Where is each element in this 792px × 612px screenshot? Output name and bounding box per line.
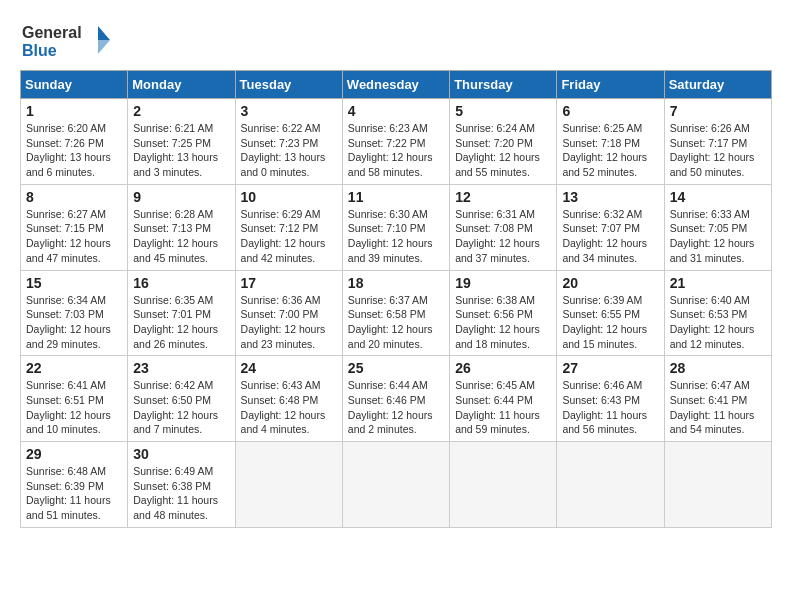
calendar-week-row: 15Sunrise: 6:34 AMSunset: 7:03 PMDayligh… [21, 270, 772, 356]
weekday-header-cell: Sunday [21, 71, 128, 99]
day-info: Sunrise: 6:41 AMSunset: 6:51 PMDaylight:… [26, 378, 122, 437]
day-info: Sunrise: 6:34 AMSunset: 7:03 PMDaylight:… [26, 293, 122, 352]
calendar-day-cell: 23Sunrise: 6:42 AMSunset: 6:50 PMDayligh… [128, 356, 235, 442]
day-info: Sunrise: 6:27 AMSunset: 7:15 PMDaylight:… [26, 207, 122, 266]
day-info: Sunrise: 6:38 AMSunset: 6:56 PMDaylight:… [455, 293, 551, 352]
day-number: 3 [241, 103, 337, 119]
day-number: 23 [133, 360, 229, 376]
day-number: 10 [241, 189, 337, 205]
svg-marker-3 [98, 40, 110, 54]
day-number: 28 [670, 360, 766, 376]
day-info: Sunrise: 6:42 AMSunset: 6:50 PMDaylight:… [133, 378, 229, 437]
day-info: Sunrise: 6:32 AMSunset: 7:07 PMDaylight:… [562, 207, 658, 266]
calendar-day-cell: 29Sunrise: 6:48 AMSunset: 6:39 PMDayligh… [21, 442, 128, 528]
day-info: Sunrise: 6:24 AMSunset: 7:20 PMDaylight:… [455, 121, 551, 180]
calendar-day-cell: 6Sunrise: 6:25 AMSunset: 7:18 PMDaylight… [557, 99, 664, 185]
calendar-day-cell: 9Sunrise: 6:28 AMSunset: 7:13 PMDaylight… [128, 184, 235, 270]
day-number: 2 [133, 103, 229, 119]
calendar-day-cell: 19Sunrise: 6:38 AMSunset: 6:56 PMDayligh… [450, 270, 557, 356]
day-info: Sunrise: 6:30 AMSunset: 7:10 PMDaylight:… [348, 207, 444, 266]
calendar-day-cell: 3Sunrise: 6:22 AMSunset: 7:23 PMDaylight… [235, 99, 342, 185]
day-number: 15 [26, 275, 122, 291]
logo: General Blue [20, 20, 110, 60]
calendar-day-cell: 12Sunrise: 6:31 AMSunset: 7:08 PMDayligh… [450, 184, 557, 270]
day-info: Sunrise: 6:31 AMSunset: 7:08 PMDaylight:… [455, 207, 551, 266]
svg-text:General: General [22, 24, 82, 41]
day-info: Sunrise: 6:45 AMSunset: 6:44 PMDaylight:… [455, 378, 551, 437]
calendar-day-cell [664, 442, 771, 528]
calendar-day-cell: 17Sunrise: 6:36 AMSunset: 7:00 PMDayligh… [235, 270, 342, 356]
calendar-day-cell: 1Sunrise: 6:20 AMSunset: 7:26 PMDaylight… [21, 99, 128, 185]
day-info: Sunrise: 6:29 AMSunset: 7:12 PMDaylight:… [241, 207, 337, 266]
calendar-week-row: 22Sunrise: 6:41 AMSunset: 6:51 PMDayligh… [21, 356, 772, 442]
day-info: Sunrise: 6:36 AMSunset: 7:00 PMDaylight:… [241, 293, 337, 352]
day-number: 16 [133, 275, 229, 291]
day-info: Sunrise: 6:35 AMSunset: 7:01 PMDaylight:… [133, 293, 229, 352]
day-info: Sunrise: 6:22 AMSunset: 7:23 PMDaylight:… [241, 121, 337, 180]
day-number: 20 [562, 275, 658, 291]
weekday-header-cell: Saturday [664, 71, 771, 99]
calendar-day-cell: 4Sunrise: 6:23 AMSunset: 7:22 PMDaylight… [342, 99, 449, 185]
day-info: Sunrise: 6:33 AMSunset: 7:05 PMDaylight:… [670, 207, 766, 266]
day-number: 6 [562, 103, 658, 119]
calendar-body: 1Sunrise: 6:20 AMSunset: 7:26 PMDaylight… [21, 99, 772, 528]
calendar-week-row: 29Sunrise: 6:48 AMSunset: 6:39 PMDayligh… [21, 442, 772, 528]
day-number: 19 [455, 275, 551, 291]
calendar-day-cell: 22Sunrise: 6:41 AMSunset: 6:51 PMDayligh… [21, 356, 128, 442]
calendar-day-cell: 27Sunrise: 6:46 AMSunset: 6:43 PMDayligh… [557, 356, 664, 442]
day-number: 5 [455, 103, 551, 119]
day-info: Sunrise: 6:23 AMSunset: 7:22 PMDaylight:… [348, 121, 444, 180]
day-info: Sunrise: 6:43 AMSunset: 6:48 PMDaylight:… [241, 378, 337, 437]
calendar-day-cell: 10Sunrise: 6:29 AMSunset: 7:12 PMDayligh… [235, 184, 342, 270]
calendar-day-cell: 21Sunrise: 6:40 AMSunset: 6:53 PMDayligh… [664, 270, 771, 356]
day-number: 14 [670, 189, 766, 205]
day-number: 12 [455, 189, 551, 205]
day-number: 17 [241, 275, 337, 291]
calendar-day-cell [235, 442, 342, 528]
day-info: Sunrise: 6:28 AMSunset: 7:13 PMDaylight:… [133, 207, 229, 266]
page-header: General Blue [20, 20, 772, 60]
day-info: Sunrise: 6:47 AMSunset: 6:41 PMDaylight:… [670, 378, 766, 437]
calendar-week-row: 8Sunrise: 6:27 AMSunset: 7:15 PMDaylight… [21, 184, 772, 270]
day-info: Sunrise: 6:39 AMSunset: 6:55 PMDaylight:… [562, 293, 658, 352]
day-info: Sunrise: 6:40 AMSunset: 6:53 PMDaylight:… [670, 293, 766, 352]
day-info: Sunrise: 6:20 AMSunset: 7:26 PMDaylight:… [26, 121, 122, 180]
day-info: Sunrise: 6:46 AMSunset: 6:43 PMDaylight:… [562, 378, 658, 437]
day-number: 22 [26, 360, 122, 376]
calendar-table: SundayMondayTuesdayWednesdayThursdayFrid… [20, 70, 772, 528]
day-number: 27 [562, 360, 658, 376]
calendar-day-cell: 30Sunrise: 6:49 AMSunset: 6:38 PMDayligh… [128, 442, 235, 528]
day-number: 9 [133, 189, 229, 205]
day-number: 13 [562, 189, 658, 205]
day-number: 7 [670, 103, 766, 119]
calendar-day-cell [342, 442, 449, 528]
calendar-day-cell: 26Sunrise: 6:45 AMSunset: 6:44 PMDayligh… [450, 356, 557, 442]
weekday-header-cell: Thursday [450, 71, 557, 99]
day-number: 1 [26, 103, 122, 119]
calendar-day-cell: 13Sunrise: 6:32 AMSunset: 7:07 PMDayligh… [557, 184, 664, 270]
calendar-day-cell: 14Sunrise: 6:33 AMSunset: 7:05 PMDayligh… [664, 184, 771, 270]
svg-marker-2 [98, 26, 110, 40]
day-info: Sunrise: 6:37 AMSunset: 6:58 PMDaylight:… [348, 293, 444, 352]
calendar-day-cell: 16Sunrise: 6:35 AMSunset: 7:01 PMDayligh… [128, 270, 235, 356]
calendar-day-cell: 7Sunrise: 6:26 AMSunset: 7:17 PMDaylight… [664, 99, 771, 185]
calendar-week-row: 1Sunrise: 6:20 AMSunset: 7:26 PMDaylight… [21, 99, 772, 185]
weekday-header-cell: Wednesday [342, 71, 449, 99]
day-info: Sunrise: 6:26 AMSunset: 7:17 PMDaylight:… [670, 121, 766, 180]
day-number: 21 [670, 275, 766, 291]
svg-text:Blue: Blue [22, 42, 57, 59]
calendar-day-cell: 20Sunrise: 6:39 AMSunset: 6:55 PMDayligh… [557, 270, 664, 356]
day-info: Sunrise: 6:25 AMSunset: 7:18 PMDaylight:… [562, 121, 658, 180]
calendar-day-cell: 8Sunrise: 6:27 AMSunset: 7:15 PMDaylight… [21, 184, 128, 270]
day-number: 24 [241, 360, 337, 376]
day-info: Sunrise: 6:49 AMSunset: 6:38 PMDaylight:… [133, 464, 229, 523]
calendar-day-cell: 15Sunrise: 6:34 AMSunset: 7:03 PMDayligh… [21, 270, 128, 356]
calendar-day-cell: 11Sunrise: 6:30 AMSunset: 7:10 PMDayligh… [342, 184, 449, 270]
day-info: Sunrise: 6:21 AMSunset: 7:25 PMDaylight:… [133, 121, 229, 180]
calendar-day-cell [450, 442, 557, 528]
calendar-day-cell: 25Sunrise: 6:44 AMSunset: 6:46 PMDayligh… [342, 356, 449, 442]
logo-svg: General Blue [20, 20, 110, 60]
day-number: 26 [455, 360, 551, 376]
calendar-day-cell: 5Sunrise: 6:24 AMSunset: 7:20 PMDaylight… [450, 99, 557, 185]
day-info: Sunrise: 6:48 AMSunset: 6:39 PMDaylight:… [26, 464, 122, 523]
